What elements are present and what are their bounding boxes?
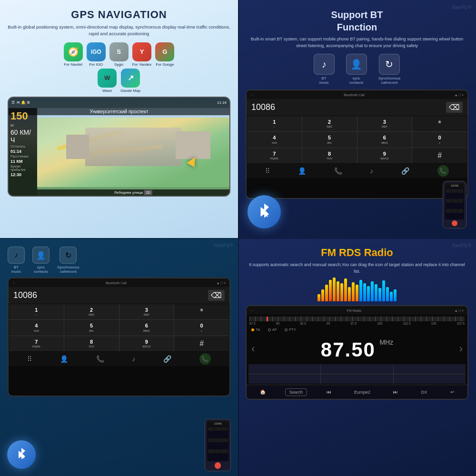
map-street-name: Университетский проспект [9, 108, 229, 115]
eq-bar-10 [352, 282, 355, 301]
dialer-icon-2[interactable]: ⠿ [27, 355, 32, 363]
key-6[interactable]: 6MNO [357, 132, 412, 147]
map-info-label-2: Расстояние [10, 155, 35, 158]
key-1[interactable]: 1·- [247, 116, 302, 131]
key2-7[interactable]: 7PQRS [9, 336, 64, 351]
key2-2[interactable]: 2ABC [64, 304, 119, 319]
radio-top-bar: ← FM Radio ▲ □ × [247, 306, 467, 315]
radio-title-bar: FM Radio [347, 309, 361, 312]
contacts-icon[interactable]: 👤 [298, 167, 306, 175]
waze-icon[interactable]: W [98, 69, 117, 88]
bt2-features-row: ♪ BTmusic 👤 synccontacts ↻ Synchronousca… [8, 247, 230, 274]
key2-8[interactable]: 8TUV [64, 336, 119, 351]
key-star[interactable]: * [412, 116, 467, 131]
bt-contacts-label: synccontacts [349, 76, 364, 85]
key2-6[interactable]: 6MNO [119, 320, 174, 335]
radio-home-btn[interactable]: 🏠 [256, 388, 269, 396]
map-2d-btn[interactable]: 2D [144, 190, 152, 195]
key-5[interactable]: 5JKL [302, 132, 357, 147]
yandex-icon[interactable]: Y [132, 42, 151, 61]
call-btn[interactable]: 📞 [437, 165, 449, 177]
radio-search-btn[interactable]: Search [285, 388, 307, 396]
preset-2[interactable] [321, 364, 393, 374]
key-9[interactable]: 9WXYZ [357, 148, 412, 163]
key-0plus[interactable]: 0+ [412, 132, 467, 147]
radio-back-btn[interactable]: ↩ [446, 388, 458, 396]
key-hash[interactable]: # [412, 148, 467, 163]
floating-phone-top: 10086 [445, 183, 464, 188]
map-back-icon: ☰ [11, 100, 15, 105]
key2-9[interactable]: 9WXYZ [119, 336, 174, 351]
radio-opt-af[interactable]: AF [268, 327, 277, 332]
key2-star[interactable]: * [174, 304, 229, 319]
fp-k3 [458, 189, 463, 193]
note-icon[interactable]: ♪ [370, 167, 373, 175]
key-4[interactable]: 4GHI [247, 132, 302, 147]
radio-screen: ← FM Radio ▲ □ × 87.5 90 92.5 95 97.5 10… [246, 305, 468, 400]
eq-bar-3 [325, 285, 328, 301]
fp-k1 [446, 189, 451, 193]
key-3[interactable]: 3DEF [357, 116, 412, 131]
key2-hash[interactable]: # [174, 336, 229, 351]
note-icon-2[interactable]: ♪ [132, 355, 135, 363]
link-icon-2[interactable]: 🔗 [163, 355, 171, 363]
map-info-val-3: 12:30 [10, 172, 35, 177]
map-left-panel: 150 М 60 КМ/Ч Осталось 01:14 Расстояние … [9, 108, 37, 196]
key2-5[interactable]: 5JKL [64, 320, 119, 335]
sygic-icon[interactable]: S [109, 42, 129, 61]
radio-next-btn[interactable]: ⏭ [389, 388, 402, 396]
map-info-label-3: Время прибытия [10, 165, 35, 171]
eq-bar-13 [363, 283, 366, 301]
igo-icon[interactable]: iGO [87, 42, 106, 61]
preset-6[interactable] [394, 374, 466, 384]
freq-arrow-right[interactable]: › [459, 343, 463, 355]
preset-3[interactable] [394, 364, 466, 374]
gps-title: GPS NAVIGATION [8, 9, 230, 21]
bt-desc: Built-in smart BT system, can support mo… [246, 36, 468, 49]
bt2-feature-callrecord: ↻ Synchronouscallrecord [57, 247, 79, 274]
radio-opt-ta[interactable]: TA [251, 327, 260, 332]
bt-callrecord-icon: ↻ [379, 54, 400, 75]
freq-arrow-left[interactable]: ‹ [251, 343, 255, 355]
key-8[interactable]: 8TUV [302, 148, 357, 163]
eq-bar-1 [317, 294, 320, 301]
preset-4[interactable] [248, 374, 320, 384]
call-icon[interactable]: 📞 [334, 167, 342, 175]
google-icon[interactable]: G [155, 42, 174, 61]
preset-5[interactable] [321, 374, 393, 384]
phone-back-icon-2: ← [12, 281, 16, 285]
radio-opt-pty[interactable]: PTY [285, 327, 297, 332]
dialer-icon[interactable]: ⠿ [265, 167, 270, 175]
key-2[interactable]: 2ABC [302, 116, 357, 131]
radio-dx-btn[interactable]: DX [417, 389, 431, 396]
preset-1[interactable] [248, 364, 320, 374]
backspace-btn-2[interactable]: ⌫ [208, 290, 225, 301]
eq-bar-14 [367, 286, 370, 301]
bt2-feature-contacts: 👤 synccontacts [32, 247, 50, 274]
key2-1[interactable]: 1·- [9, 304, 64, 319]
call-icon-2[interactable]: 📞 [96, 355, 104, 363]
phone-status-icons: ▲ □ × [455, 93, 464, 97]
key-7[interactable]: 7PQRS [247, 148, 302, 163]
gps-desc: Built-in global positioning system, omni… [8, 24, 230, 38]
bt2-music-icon: ♪ [8, 247, 25, 264]
map-bottom-bar: Лебедева улица 2D [37, 189, 229, 196]
phone-floating-device-2: 10086 [205, 419, 231, 471]
link-icon[interactable]: 🔗 [401, 167, 409, 175]
bt-title: Support BTFunction [246, 9, 468, 33]
radio-prev-btn[interactable]: ⏮ [323, 388, 335, 396]
backspace-btn[interactable]: ⌫ [446, 102, 463, 113]
fp-k6 [458, 199, 463, 203]
radio-tuner-container: 87.5 90 92.5 95 97.5 100 102.5 105 107.5 [249, 317, 465, 326]
gaode-icon[interactable]: ↗ [121, 69, 140, 88]
key2-0plus[interactable]: 0+ [174, 320, 229, 335]
scale-105: 105 [431, 322, 436, 325]
contacts-icon-2[interactable]: 👤 [60, 355, 68, 363]
call-btn-2[interactable]: 📞 [199, 353, 211, 365]
navitel-icon[interactable]: 🧭 [64, 42, 83, 61]
scale-90: 90 [276, 322, 279, 325]
floating-phone-keys [445, 188, 464, 219]
app-yandex: Y For Yandex [132, 42, 152, 67]
key2-3[interactable]: 3DEF [119, 304, 174, 319]
key2-4[interactable]: 4GHI [9, 320, 64, 335]
